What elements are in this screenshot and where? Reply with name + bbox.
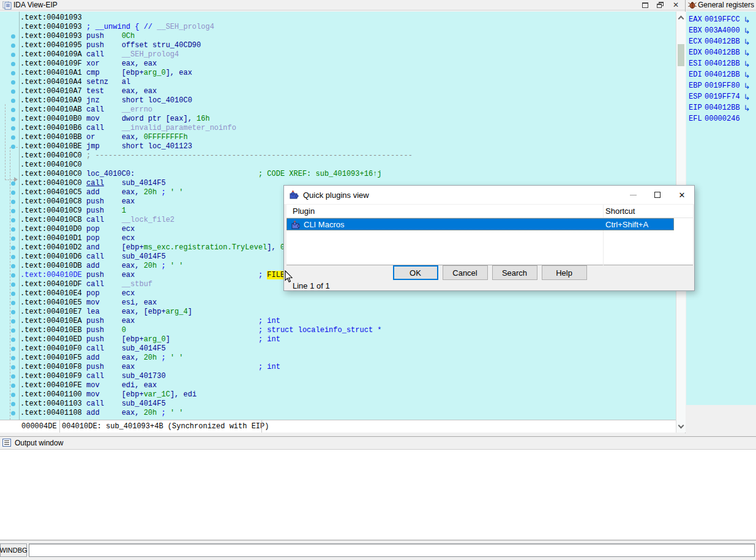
jump-to-address-icon[interactable]: ↳ [744, 38, 750, 46]
register-value[interactable]: 0019FF80 [705, 81, 740, 90]
jump-to-address-icon[interactable]: ↳ [744, 93, 750, 101]
search-button[interactable]: Search [492, 265, 537, 280]
breakpoint-dot[interactable] [11, 117, 15, 121]
disasm-line[interactable]: .text:00401108 add eax, 20h ; ' ' [20, 409, 413, 418]
breakpoint-dot[interactable] [11, 374, 15, 379]
register-row[interactable]: EIP004012BB↳ [689, 102, 750, 113]
register-value[interactable]: 004012BB [705, 70, 740, 79]
disasm-line[interactable]: .text:00401093 [20, 13, 413, 23]
disasm-line[interactable]: .text:004010C0 [20, 161, 413, 170]
breakpoint-dot[interactable] [11, 356, 15, 360]
jump-to-address-icon[interactable]: ↳ [744, 71, 750, 79]
scroll-up-icon[interactable] [678, 16, 684, 22]
disasm-line[interactable]: .text:004010C0 loc_4010C0: ; CODE XREF: … [20, 170, 413, 179]
dialog-minimize-button[interactable] [621, 186, 645, 204]
jump-to-address-icon[interactable]: ↳ [744, 82, 750, 90]
register-row[interactable]: EDI004012BB↳ [689, 69, 750, 80]
disasm-line[interactable]: .text:004010E7 lea eax, [ebp+arg_4] [20, 308, 413, 317]
ok-button[interactable]: OK [393, 265, 438, 280]
disasm-line[interactable]: .text:004010A4 setnz al [20, 78, 413, 87]
breakpoint-dot[interactable] [11, 53, 15, 57]
breakpoint-dot[interactable] [11, 310, 15, 314]
disasm-line[interactable]: .text:004010FE mov edi, eax [20, 381, 413, 390]
jump-to-address-icon[interactable]: ↳ [744, 27, 750, 35]
register-value[interactable]: 004012BB [705, 104, 740, 112]
disasm-line[interactable]: .text:004010A7 test eax, eax [20, 87, 413, 96]
breakpoint-dot[interactable] [11, 71, 15, 75]
register-row[interactable]: EBP0019FF80↳ [689, 80, 750, 91]
breakpoint-dot[interactable] [11, 347, 15, 351]
breakpoint-dot[interactable] [11, 365, 15, 369]
disasm-line[interactable]: .text:004010B0 mov dword ptr [eax], 16h [20, 115, 413, 124]
breakpoint-dot[interactable] [11, 62, 15, 66]
register-row[interactable]: EDX004012BB↳ [689, 47, 750, 58]
breakpoint-dot[interactable] [11, 338, 15, 342]
disasm-line[interactable]: .text:004010F9 call sub_401730 [20, 372, 413, 381]
register-value[interactable]: 004012BB [705, 59, 740, 68]
breakpoint-dot[interactable] [11, 255, 15, 259]
breakpoint-dot[interactable] [11, 99, 15, 103]
breakpoint-dot[interactable] [11, 384, 15, 388]
register-row[interactable]: EBX003A4000↳ [689, 25, 750, 36]
register-value[interactable]: 004012BB [705, 37, 740, 46]
breakpoint-dot[interactable] [11, 80, 15, 85]
breakpoint-dot[interactable] [11, 236, 15, 241]
disasm-line[interactable]: .text:004010EB push 0 ; struct localeinf… [20, 326, 413, 335]
disasm-line[interactable]: .text:004010B6 call __invalid_parameter_… [20, 124, 413, 133]
breakpoint-dot[interactable] [11, 402, 15, 406]
disasm-line[interactable]: .text:004010BB or eax, 0FFFFFFFFh [20, 133, 413, 142]
breakpoint-dot[interactable] [11, 108, 15, 112]
column-header-plugin[interactable]: Plugin [293, 206, 315, 216]
dialog-titlebar[interactable]: Quick plugins view ✕ [284, 186, 694, 204]
disasm-line[interactable]: .text:004010A9 jnz short loc_4010C0 [20, 96, 413, 105]
disasm-line[interactable]: .text:004010EA push eax ; int [20, 317, 413, 326]
register-value[interactable]: 004012BB [705, 48, 740, 57]
breakpoint-dot[interactable] [11, 411, 15, 415]
breakpoint-dot[interactable] [11, 200, 15, 204]
breakpoint-dot[interactable] [11, 301, 15, 305]
scrollbar-thumb[interactable] [678, 44, 684, 66]
disasm-line[interactable]: .text:00401100 mov [ebp+var_1C], edi [20, 390, 413, 399]
breakpoint-dot[interactable] [11, 44, 15, 48]
jump-to-address-icon[interactable]: ↳ [744, 60, 750, 68]
register-value[interactable]: 0019FF74 [705, 93, 740, 101]
window-restore-icon[interactable] [657, 2, 664, 9]
dialog-close-button[interactable]: ✕ [670, 186, 694, 204]
ida-view-titlebar[interactable]: IDA View-EIP ✕ [0, 0, 685, 10]
command-interpreter-selector[interactable]: WINDBG [0, 543, 27, 557]
output-content[interactable] [0, 449, 756, 540]
disasm-line[interactable]: .text:004010F0 call sub_4014F5 [20, 344, 413, 354]
output-titlebar[interactable]: Output window [0, 437, 756, 449]
command-input[interactable] [29, 543, 755, 557]
register-value[interactable]: 0019FFCC [705, 15, 740, 24]
breakpoint-dot[interactable] [11, 292, 15, 296]
help-button[interactable]: Help [542, 265, 587, 280]
column-header-shortcut[interactable]: Shortcut [605, 206, 635, 216]
breakpoint-dot[interactable] [11, 126, 15, 131]
register-row[interactable]: ESI004012BB↳ [689, 58, 750, 69]
disasm-line[interactable]: .text:00401093 ; __unwind { // __SEH_pro… [20, 23, 413, 32]
disasm-line[interactable]: .text:004010E5 mov esi, eax [20, 298, 413, 308]
breakpoint-dot[interactable] [11, 393, 15, 397]
breakpoint-dot[interactable] [11, 135, 15, 140]
disasm-line[interactable]: .text:004010AB call __errno [20, 105, 413, 115]
register-row[interactable]: EAX0019FFCC↳ [689, 14, 750, 25]
window-close-icon[interactable]: ✕ [673, 1, 679, 9]
breakpoint-dot[interactable] [11, 246, 15, 250]
breakpoint-dot[interactable] [11, 34, 15, 39]
disasm-line[interactable]: .text:00401095 push offset stru_40CD90 [20, 41, 413, 50]
disasm-line[interactable]: .text:0040109A call __SEH_prolog4 [20, 50, 413, 59]
register-row[interactable]: ESP0019FF74↳ [689, 91, 750, 102]
disasm-line[interactable]: .text:004010ED push [ebp+arg_0] ; int [20, 335, 413, 344]
disasm-line[interactable]: .text:004010F5 add eax, 20h ; ' ' [20, 354, 413, 363]
jump-to-address-icon[interactable]: ↳ [744, 16, 750, 24]
dialog-maximize-button[interactable] [645, 186, 670, 204]
breakpoint-dot[interactable] [11, 264, 15, 268]
window-maximize-icon[interactable] [642, 2, 648, 8]
register-value[interactable]: 00000246 [705, 115, 740, 123]
breakpoint-dot[interactable] [11, 181, 15, 186]
disasm-line[interactable]: .text:004010C0 ; -----------------------… [20, 151, 413, 161]
cancel-button[interactable]: Cancel [443, 265, 488, 280]
breakpoint-dot[interactable] [11, 145, 15, 149]
disasm-line[interactable]: .text:004010A1 cmp [ebp+arg_0], eax [20, 69, 413, 78]
